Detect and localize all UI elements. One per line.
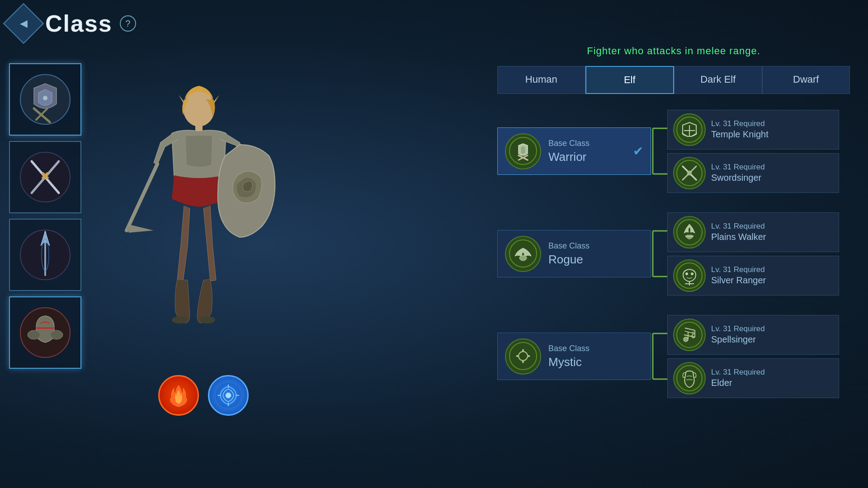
warrior-connector-svg [651,105,667,197]
svg-point-14 [28,330,40,339]
race-tabs: Human Elf Dark Elf Dwarf [497,66,850,94]
warrior-class-icon-svg [509,136,538,166]
swordsinger-req: Lv. 31 Required [711,163,833,172]
right-panel: Fighter who attacks in melee range. Huma… [497,45,850,413]
svg-point-64 [684,337,688,342]
page-title: Class [45,10,113,37]
fire-skill-icon [165,382,192,409]
silver-ranger-text: Lv. 31 Required Silver Ranger [711,265,833,286]
temple-knight-name: Temple Knight [711,129,833,140]
tab-elf[interactable]: Elf [585,66,675,94]
character-display [86,36,312,398]
temple-knight-icon-svg [676,116,703,143]
tab-dark-elf[interactable]: Dark Elf [674,66,762,94]
tab-human[interactable]: Human [497,66,585,94]
subclass-swordsinger[interactable]: Lv. 31 Required Swordsinger [667,153,839,193]
warrior-class-text: Base Class Warrior [548,139,626,164]
subclass-silver-ranger[interactable]: Lv. 31 Required Silver Ranger [667,256,839,296]
svg-line-18 [127,164,157,230]
svg-point-19 [172,316,188,324]
preview-item-1[interactable] [9,63,81,136]
svg-point-23 [226,393,231,398]
svg-point-45 [519,255,527,261]
svg-point-20 [199,316,215,324]
spellsinger-icon-svg [676,321,703,348]
swordsinger-icon-svg [676,160,703,187]
fire-skill-button[interactable] [158,375,199,416]
mystic-sub-classes: Lv. 31 Required Spellsinger [667,315,839,398]
spellsinger-req: Lv. 31 Required [711,324,833,333]
subclass-spellsinger[interactable]: Lv. 31 Required Spellsinger [667,315,839,355]
preview-icon-2 [16,148,75,206]
rogue-connector-svg [651,207,667,300]
rogue-base-label: Base Class [548,241,643,251]
svg-point-55 [509,343,537,370]
spellsinger-name: Spellsinger [711,334,833,345]
ice-skill-button[interactable] [208,375,249,416]
rogue-icon [505,236,541,272]
svg-point-49 [677,220,702,245]
mystic-icon [505,338,541,375]
preview-icon-4 [16,303,75,362]
swordsinger-icon [673,157,706,189]
elder-icon-svg [676,365,703,392]
subclass-temple-knight[interactable]: Lv. 31 Required Temple Knight [667,110,839,150]
plains-walker-icon [673,216,706,249]
spellsinger-text: Lv. 31 Required Spellsinger [711,324,833,345]
warrior-class-row: Base Class Warrior ✔ [497,105,850,197]
temple-knight-icon [673,113,706,146]
base-class-mystic[interactable]: Base Class Mystic [497,333,651,380]
elder-name: Elder [711,378,833,388]
preview-icon-1 [16,70,75,129]
rogue-class-text: Base Class Rogue [548,241,643,267]
silver-ranger-icon [673,259,706,292]
svg-point-15 [50,330,63,339]
silver-ranger-icon-svg [676,262,703,289]
warrior-sub-classes: Lv. 31 Required Temple Knight Lv. 31 Req… [667,110,839,193]
swordsinger-text: Lv. 31 Required Swordsinger [711,163,833,183]
warrior-class-name: Warrior [548,150,626,164]
preview-item-2[interactable] [9,141,81,213]
mystic-class-icon-svg [509,342,538,371]
preview-icon-3 [16,225,75,284]
silver-ranger-req: Lv. 31 Required [711,265,833,274]
mystic-class-text: Base Class Mystic [548,344,643,369]
base-class-warrior[interactable]: Base Class Warrior ✔ [497,127,651,175]
plains-walker-name: Plains Walker [711,232,833,242]
mystic-class-name: Mystic [548,355,643,369]
rogue-class-icon-svg [509,239,538,268]
help-button[interactable]: ? [120,15,136,32]
subtitle-text: Fighter who attacks in melee range. [497,45,850,57]
svg-point-44 [509,240,537,267]
subclass-elder[interactable]: Lv. 31 Required Elder [667,358,839,398]
preview-item-3[interactable] [9,219,81,291]
plains-walker-text: Lv. 31 Required Plains Walker [711,222,833,242]
plains-walker-req: Lv. 31 Required [711,222,833,231]
rogue-class-name: Rogue [548,253,643,267]
header-diamond-icon[interactable]: ◀ [3,3,44,44]
mystic-class-row: Base Class Mystic [497,310,850,403]
warrior-icon [505,133,541,169]
ice-skill-icon [215,382,242,409]
back-icon: ◀ [20,18,28,29]
base-class-rogue[interactable]: Base Class Rogue [497,230,651,277]
preview-item-4[interactable] [9,296,81,369]
temple-knight-text: Lv. 31 Required Temple Knight [711,119,833,140]
rogue-class-row: Base Class Rogue [497,207,850,300]
mystic-connector-svg [651,310,667,403]
plains-walker-icon-svg [676,219,703,246]
temple-knight-req: Lv. 31 Required [711,119,833,128]
spellsinger-icon [673,319,706,351]
subclass-plains-walker[interactable]: Lv. 31 Required Plains Walker [667,212,839,252]
tab-dwarf[interactable]: Dwarf [762,66,850,94]
swordsinger-name: Swordsinger [711,173,833,183]
svg-point-3 [43,96,47,100]
svg-point-60 [677,322,702,347]
help-icon: ? [125,19,130,29]
mystic-base-label: Base Class [548,344,643,353]
character-svg [90,36,307,398]
svg-point-51 [685,272,688,275]
skill-icons-container [158,375,249,416]
svg-point-52 [691,272,693,275]
header: ◀ Class ? [9,9,136,38]
